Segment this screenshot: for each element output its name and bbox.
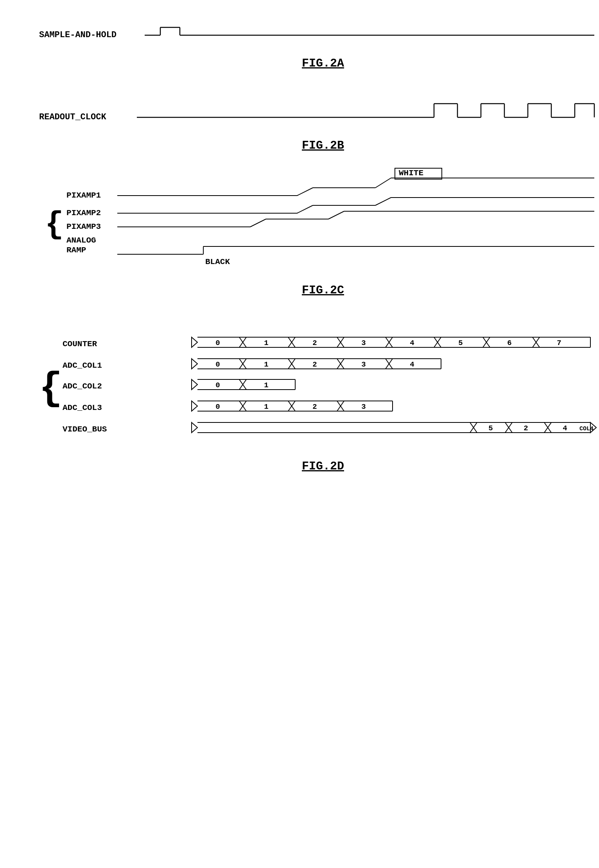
fig2c-title: FIG.2C xyxy=(302,284,344,297)
fig2c-diagram: { PIXAMP1 WHITE PIXAMP2 PIXAMP3 ANALOG R… xyxy=(23,164,576,321)
svg-line-24 xyxy=(375,178,391,188)
videobus-seg5: 5 xyxy=(488,424,493,433)
videobus-seg2: 2 xyxy=(524,424,528,433)
adccol3-label: ADC_COL3 xyxy=(63,403,102,412)
adccol1-seg4: 4 xyxy=(410,360,414,369)
fig2d-title: FIG.2D xyxy=(302,460,344,473)
analog-label: ANALOG xyxy=(66,236,96,245)
fig2c-brace: { xyxy=(45,207,64,242)
pixamp3-label: PIXAMP3 xyxy=(66,222,101,231)
adccol2-seg1: 1 xyxy=(264,381,268,390)
svg-line-33 xyxy=(250,219,266,227)
adccol3-seg3: 3 xyxy=(361,403,366,411)
adccol3-seg0: 0 xyxy=(215,403,220,411)
svg-marker-86 xyxy=(192,422,197,433)
videobus-label: VIDEO_BUS xyxy=(63,425,107,434)
svg-marker-58 xyxy=(192,359,197,369)
adccol2-label: ADC_COL2 xyxy=(63,382,102,391)
fig2d-brace: { xyxy=(39,367,63,411)
adccol1-seg2: 2 xyxy=(312,360,317,369)
counter-seg4: 4 xyxy=(410,339,414,347)
ramp-label: RAMP xyxy=(66,246,86,255)
svg-line-30 xyxy=(375,198,391,205)
counter-seg6: 6 xyxy=(507,339,511,347)
fig2d-diagram: { COUNTER 0 1 2 3 xyxy=(23,321,576,493)
svg-marker-70 xyxy=(192,379,197,390)
fig2a-title: FIG.2A xyxy=(302,57,344,70)
fig2b-diagram: READOUT_CLOCK FIG.2B xyxy=(23,86,576,164)
adccol2-seg0: 0 xyxy=(215,381,220,390)
adccol1-label: ADC_COL1 xyxy=(63,361,102,370)
adccol1-seg0: 0 xyxy=(215,360,220,369)
videobus-segcol4: COL4 xyxy=(579,426,594,432)
pixamp1-label: PIXAMP1 xyxy=(66,191,101,200)
counter-seg1: 1 xyxy=(264,339,268,347)
videobus-seg4: 4 xyxy=(563,424,567,433)
readout-clock-label: READOUT_CLOCK xyxy=(39,112,106,122)
fig2b-title: FIG.2B xyxy=(302,139,344,152)
black-label: BLACK xyxy=(205,257,230,266)
counter-seg0: 0 xyxy=(215,339,220,347)
counter-seg7: 7 xyxy=(557,339,561,347)
pixamp2-label: PIXAMP2 xyxy=(66,208,101,217)
fig2a-diagram: SAMPLE-AND-HOLD FIG.2A xyxy=(23,16,576,86)
sample-hold-label: SAMPLE-AND-HOLD xyxy=(39,30,117,40)
svg-line-22 xyxy=(297,188,313,196)
svg-line-35 xyxy=(328,211,344,219)
counter-label: COUNTER xyxy=(63,340,97,349)
adccol3-seg2: 2 xyxy=(312,403,317,411)
svg-marker-40 xyxy=(192,337,197,347)
counter-seg2: 2 xyxy=(312,339,317,347)
svg-line-28 xyxy=(297,205,313,213)
page: SAMPLE-AND-HOLD FIG.2A READOUT_CLOCK xyxy=(0,0,599,868)
adccol3-seg1: 1 xyxy=(264,403,268,411)
counter-seg3: 3 xyxy=(361,339,366,347)
counter-seg5: 5 xyxy=(458,339,463,347)
svg-marker-76 xyxy=(192,401,197,411)
white-label: WHITE xyxy=(399,169,423,178)
adccol1-seg3: 3 xyxy=(361,360,366,369)
adccol1-seg1: 1 xyxy=(264,360,268,369)
